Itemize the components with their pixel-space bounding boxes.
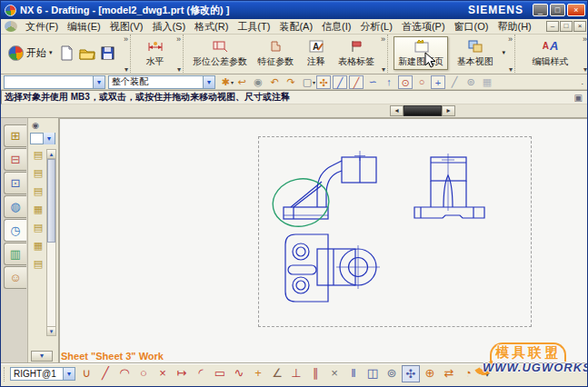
quadrant-point-icon[interactable]: ○ [414,75,429,89]
mdi-close-button[interactable]: × [573,21,586,32]
show-constraints-icon[interactable]: ‖ [344,365,363,382]
toolbar-overflow-dot-icon[interactable]: . [581,77,583,86]
top-view[interactable] [285,234,376,302]
selection-scope-combo[interactable]: 整个装配 ▼ [108,75,215,89]
menu-item[interactable]: 首选项(P) [397,19,450,35]
delete-constraints-icon[interactable]: × [325,365,344,382]
horizontal-dimension-button[interactable]: 水平 [140,37,171,69]
scrollbar-thumb[interactable] [404,105,442,116]
gdt-parameters-button[interactable]: 形位公差参数 [189,37,251,69]
menu-item[interactable]: 视图(V) [105,19,148,35]
toolbar-options-icon[interactable]: ▾ [583,66,587,74]
fillet-tool-icon[interactable]: ◜ [192,365,210,382]
selection-filter-combo[interactable]: ▼ [4,75,105,89]
close-button[interactable]: × [567,4,585,16]
navigator-combo[interactable]: ▼ [30,133,55,144]
point-on-surface-icon[interactable]: ⊚ [463,75,478,89]
convert-to-reference-icon[interactable]: ⊕ [421,365,439,382]
line-tool-icon[interactable]: ╱ [96,365,115,382]
arc-tool-icon[interactable]: ◠ [115,365,134,382]
snap-point-icon[interactable]: ✣ [316,75,331,89]
pin-icon[interactable]: ◉ [32,121,39,130]
point-on-curve-icon[interactable]: ╱ [447,75,462,89]
navigator-item-icon[interactable]: ▤ [30,222,46,233]
side-view[interactable] [414,157,484,218]
overflow-chevron-icon[interactable]: » [508,35,513,43]
title-bar[interactable]: NX 6 - Drafting - [model2_dwg1.prt (修改的)… [1,1,588,19]
mirror-curve-icon[interactable]: ◫ [364,365,382,382]
drawing-canvas[interactable]: Sheet "Sheet 3" Work [59,118,588,363]
existing-point-icon[interactable]: + [431,75,445,89]
horizontal-scrollbar[interactable]: ◂ ▸ [390,105,455,116]
view-orient-icon[interactable]: ◉ [251,75,265,89]
navigator-scrollbar[interactable]: ▴ ▾ [46,149,56,336]
menu-item[interactable]: 工具(T) [233,19,274,35]
base-view-dropdown-icon[interactable]: ▾ [502,49,505,56]
scroll-left-icon[interactable]: ◂ [390,105,404,116]
toolbar-options-icon[interactable]: ▾ [509,66,513,74]
bounded-plane-icon[interactable]: ▦ [480,75,494,89]
sketch-ellipse-highlight[interactable] [268,174,333,232]
menu-item[interactable]: 插入(S) [147,19,190,35]
menu-item[interactable]: 格式(R) [190,19,233,35]
circle-tool-icon[interactable]: ○ [135,365,153,382]
arc-center-icon[interactable]: ⊙ [398,75,413,89]
dropdown-arrow-icon[interactable]: ▼ [203,76,214,88]
tab-part-navigator[interactable]: ⊡ [4,172,26,194]
tab-assembly-navigator[interactable]: ⊞ [4,124,26,147]
navigator-item-icon[interactable]: ▤ [30,185,46,196]
inferred-dimensions-icon[interactable]: ∠ [268,365,286,382]
control-point-icon[interactable]: ∽ [365,75,380,89]
overflow-chevron-icon[interactable]: » [124,35,128,43]
open-folder-icon[interactable] [79,46,95,60]
studio-spline-tool-icon[interactable]: ∿ [230,365,248,382]
intersection-point-icon[interactable]: ↑ [382,75,396,89]
note-button[interactable]: A 注释 [301,37,332,69]
tab-constraint-navigator[interactable]: ⊟ [4,148,26,171]
dropdown-arrow-icon[interactable]: ▼ [43,133,55,144]
toolbar-grip[interactable] [4,367,6,382]
save-icon[interactable] [101,46,115,60]
tab-roles[interactable]: ☺ [4,266,26,289]
point-tool-icon[interactable]: + [249,365,267,382]
navigator-item-icon[interactable]: ▦ [30,203,46,214]
menu-item[interactable]: 帮助(H) [493,19,535,35]
profile-tool-icon[interactable]: ∪ [77,365,95,382]
overflow-chevron-icon[interactable]: » [583,35,587,43]
derived-lines-icon[interactable]: ↩ [234,75,249,89]
base-view-button[interactable]: 基本视图 [453,37,497,69]
geometric-constraints-icon[interactable]: ⊥ [287,365,305,382]
tab-history[interactable]: ◷ [4,219,26,242]
feature-parameters-button[interactable]: 特征参数 [254,37,297,69]
front-view[interactable] [284,157,376,219]
navigator-item-icon[interactable]: ▤ [30,167,46,178]
snap-menu-icon[interactable]: ✱ [218,75,233,89]
more-tools-icon[interactable]: ▾ [478,365,496,382]
make-symmetric-icon[interactable]: ∥ [306,365,324,382]
menu-item[interactable]: 文件(F) [21,19,63,35]
dropdown-arrow-icon[interactable]: ▼ [93,76,105,88]
mid-point-icon[interactable]: ╱ [349,75,364,89]
maximize-button[interactable]: □ [550,4,565,16]
quick-extend-tool-icon[interactable]: ↦ [173,365,191,382]
create-inferred-constraints-icon[interactable]: ✣ [402,365,420,382]
sketch-display-icon[interactable]: ◔ [459,365,477,382]
menu-item[interactable]: 分析(L) [355,19,396,35]
end-point-icon[interactable]: ╱ [333,75,347,89]
mdi-restore-button[interactable]: □ [560,21,573,32]
quick-trim-tool-icon[interactable]: × [154,365,172,382]
navigator-item-icon[interactable]: ▦ [30,240,46,251]
start-button[interactable]: 开始 ▾ [6,45,55,61]
sketch-view-combo[interactable]: RIGHT@1 ▼ [10,367,75,381]
dropdown-arrow-icon[interactable]: ▼ [63,368,75,380]
mdi-minimize-button[interactable]: – [546,21,559,32]
overflow-chevron-icon[interactable]: » [176,35,181,43]
scroll-down-icon[interactable]: ▾ [47,326,55,335]
panel-expand-icon[interactable]: ▾ [31,351,53,362]
navigator-item-icon[interactable]: ▤ [30,258,46,269]
toolbar-options-icon[interactable]: ▾ [382,66,385,74]
find-constraints-icon[interactable]: ⊚ [383,365,401,382]
clip-viewport-icon[interactable]: ▣ [574,93,583,103]
selection-rectangle-icon[interactable]: ▢ [300,75,314,89]
alternate-solution-icon[interactable]: ⇄ [440,365,458,382]
